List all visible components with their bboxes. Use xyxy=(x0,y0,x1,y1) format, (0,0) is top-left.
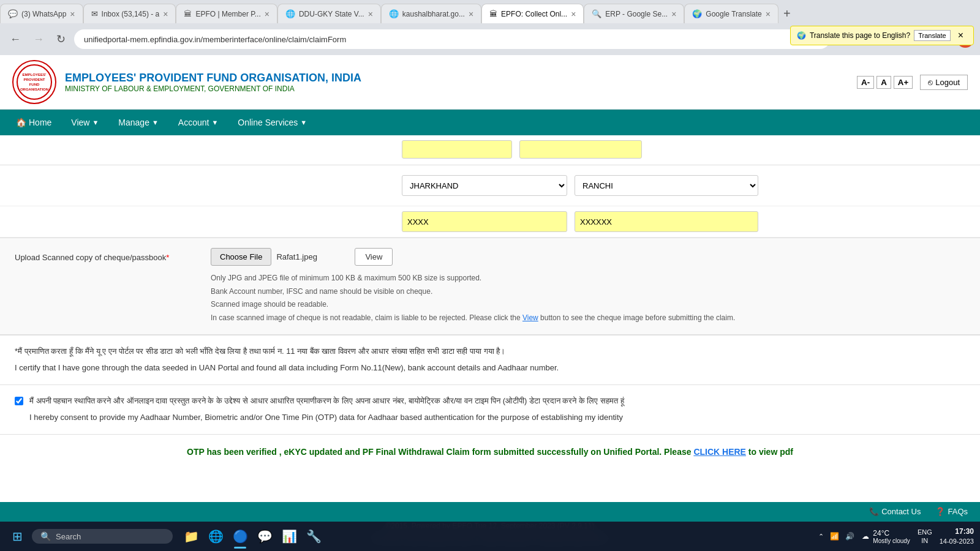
tab-label: kaushalbharat.go... xyxy=(402,10,465,18)
windows-logo-icon: ⊞ xyxy=(12,529,23,544)
back-button[interactable]: ← xyxy=(6,31,24,48)
top-form-section xyxy=(0,135,980,165)
tab-close-icon[interactable]: × xyxy=(766,9,771,19)
font-increase-button[interactable]: A+ xyxy=(894,76,913,89)
taskbar-file-explorer[interactable]: 📁 xyxy=(180,525,202,547)
input-pair xyxy=(15,211,965,232)
tab-favicon: 🌐 xyxy=(285,9,295,18)
weather-description: Mostly cloudy xyxy=(873,538,910,544)
file-input-row: Choose File Rafat1.jpeg View xyxy=(211,248,965,266)
language-text: ENGIN xyxy=(918,528,932,545)
view-link[interactable]: View xyxy=(522,313,538,322)
system-tray: ⌃ 📶 🔊 xyxy=(818,532,854,541)
required-marker: * xyxy=(166,253,169,262)
tab-close-icon[interactable]: × xyxy=(671,9,676,19)
tab-label: EPFO: Collect Onl... xyxy=(501,10,567,18)
upload-info: Only JPG and JPEG file of minimum 100 KB… xyxy=(211,272,965,324)
tab-close-icon[interactable]: × xyxy=(265,9,270,19)
taskbar-excel[interactable]: 📊 xyxy=(278,525,300,547)
nav-home[interactable]: 🏠 Home xyxy=(6,113,61,132)
upload-label-text: Upload Scanned copy of cheque/passbook xyxy=(15,253,166,262)
svg-point-0 xyxy=(17,65,51,99)
new-tab-button[interactable]: + xyxy=(778,7,796,21)
taskbar-teams[interactable]: 💬 xyxy=(254,525,276,547)
field-2-input[interactable] xyxy=(575,211,758,232)
taskbar-search-text: Search xyxy=(56,532,81,541)
volume-icon: 🔊 xyxy=(845,532,854,541)
language-indicator[interactable]: ENGIN xyxy=(918,528,932,545)
taskbar-chrome[interactable]: 🔵 xyxy=(229,525,251,547)
tab-close-icon[interactable]: × xyxy=(163,9,168,19)
consent-row: मैं अपनी पहचान स्थापित करने और ऑनलाइन दा… xyxy=(15,395,965,424)
font-decrease-button[interactable]: A- xyxy=(857,76,874,89)
top-blurred-row xyxy=(15,140,965,159)
nav-account[interactable]: Account ▼ xyxy=(168,113,228,132)
taskbar-extra[interactable]: 🔧 xyxy=(303,525,325,547)
input-fields-row xyxy=(0,206,980,238)
taskbar-right: ⌃ 📶 🔊 ☁ 24°C Mostly cloudy ENGIN 17:30 1… xyxy=(818,527,974,546)
tab-epfo-member[interactable]: 🏛 EPFO | Member P... × xyxy=(176,4,277,23)
edge-icon: 🌐 xyxy=(208,529,224,544)
view-dropdown-icon: ▼ xyxy=(92,119,99,126)
state-select[interactable]: JHARKHAND xyxy=(402,175,567,196)
bottom-spacer xyxy=(0,470,980,494)
choose-file-button[interactable]: Choose File xyxy=(211,248,271,266)
tray-up-arrow[interactable]: ⌃ xyxy=(818,533,824,541)
contact-us-link[interactable]: 📞 Contact Us xyxy=(869,507,921,516)
nav-manage[interactable]: Manage ▼ xyxy=(108,113,168,132)
tab-epfo-collect[interactable]: 🏛 EPFO: Collect Onl... × xyxy=(481,4,584,23)
nav-view[interactable]: View ▼ xyxy=(61,113,108,132)
tab-gmail[interactable]: ✉ Inbox (53,145) - a × xyxy=(83,4,176,23)
question-icon: ❓ xyxy=(935,507,945,516)
tab-close-icon[interactable]: × xyxy=(469,9,473,19)
tab-favicon: 🔍 xyxy=(592,9,601,18)
address-bar-input[interactable] xyxy=(74,29,830,49)
tab-favicon: 🌐 xyxy=(389,9,399,18)
ministry-name: MINISTRY OF LABOUR & EMPLOYMENT, GOVERNM… xyxy=(65,84,361,93)
district-select[interactable]: RANCHI xyxy=(575,175,758,196)
system-clock[interactable]: 17:30 14-09-2023 xyxy=(940,527,974,546)
translate-no-button[interactable]: × xyxy=(954,29,967,42)
click-here-link[interactable]: CLICK HERE xyxy=(693,447,746,457)
clock-date: 14-09-2023 xyxy=(940,537,974,546)
tab-whatsapp[interactable]: 💬 (3) WhatsApp × xyxy=(0,4,83,23)
tab-close-icon[interactable]: × xyxy=(571,9,576,19)
certification-hindi-text: *मैं प्रमाणित करता हूँ कि मैंने यू ए एन … xyxy=(15,345,965,358)
tab-close-icon[interactable]: × xyxy=(70,9,75,19)
tab-kaushal[interactable]: 🌐 kaushalbharat.go... × xyxy=(381,4,481,23)
reload-button[interactable]: ↻ xyxy=(53,30,69,48)
faqs-link[interactable]: ❓ FAQs xyxy=(935,507,968,516)
state-district-row: JHARKHAND RANCHI xyxy=(0,165,980,206)
field-1-input[interactable] xyxy=(402,211,567,232)
online-services-dropdown-icon: ▼ xyxy=(300,119,307,126)
view-file-button[interactable]: View xyxy=(355,248,393,266)
logout-button[interactable]: ⎋ Logout xyxy=(920,75,968,90)
extra-app-icon: 🔧 xyxy=(306,529,322,544)
logout-icon: ⎋ xyxy=(928,78,933,87)
tab-bar: 💬 (3) WhatsApp × ✉ Inbox (53,145) - a × … xyxy=(0,0,980,23)
font-controls: A- A A+ xyxy=(857,76,913,89)
translate-yes-button[interactable]: Translate xyxy=(914,30,950,41)
tab-favicon: 🏛 xyxy=(489,9,497,18)
forward-button[interactable]: → xyxy=(29,31,48,48)
taskbar-edge[interactable]: 🌐 xyxy=(205,525,227,547)
tab-close-icon[interactable]: × xyxy=(368,9,373,19)
svg-text:ORGANISATION: ORGANISATION xyxy=(20,88,48,91)
taskbar-search[interactable]: 🔍 Search xyxy=(32,529,173,544)
tab-erp[interactable]: 🔍 ERP - Google Se... × xyxy=(584,4,684,23)
nav-online-services[interactable]: Online Services ▼ xyxy=(228,113,317,132)
font-normal-button[interactable]: A xyxy=(876,76,891,89)
tab-favicon: ✉ xyxy=(91,9,98,18)
upload-row: Upload Scanned copy of cheque/passbook* … xyxy=(15,248,965,324)
tab-google-translate[interactable]: 🌍 Google Translate × xyxy=(684,4,778,23)
start-button[interactable]: ⊞ xyxy=(6,525,28,547)
consent-checkbox[interactable] xyxy=(15,397,23,405)
excel-icon: 📊 xyxy=(282,529,297,544)
success-section: OTP has been verified , eKYC updated and… xyxy=(0,435,980,470)
account-dropdown-icon: ▼ xyxy=(211,119,218,126)
tab-label: (3) WhatsApp xyxy=(21,10,66,18)
svg-text:EMPLOYEES': EMPLOYEES' xyxy=(23,73,47,77)
tab-ddu-gky[interactable]: 🌐 DDU-GKY State V... × xyxy=(277,4,381,23)
consent-texts: मैं अपनी पहचान स्थापित करने और ऑनलाइन दा… xyxy=(29,395,624,424)
main-content: JHARKHAND RANCHI Upload Scanned copy of … xyxy=(0,135,980,502)
